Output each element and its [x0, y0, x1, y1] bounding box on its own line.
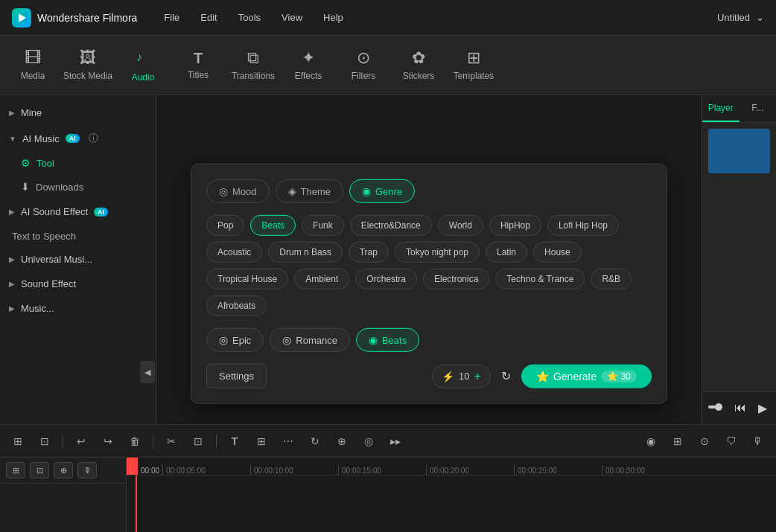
tl-scene-btn[interactable]: ◉ [639, 430, 663, 452]
track-controls: ⊞ ⊡ ⊕ 🎙 [0, 458, 127, 532]
sidebar-collapse-btn[interactable]: ◀ [140, 361, 155, 383]
tl-layout-btn[interactable]: ⊞ [6, 430, 30, 452]
genre-trap[interactable]: Trap [349, 242, 389, 263]
skip-back-btn[interactable]: ⏮ [731, 398, 749, 418]
menu-help[interactable]: Help [314, 7, 352, 28]
sidebar-item-tool[interactable]: ⚙ Tool [0, 151, 156, 175]
sidebar-item-universal[interactable]: ▶ Universal Musi... [0, 248, 156, 271]
tl-cut-btn[interactable]: ✂ [159, 430, 183, 452]
toolbar-stickers[interactable]: ✿ Stickers [392, 39, 445, 92]
tab-f[interactable]: F... [740, 95, 777, 122]
tl-sep-3 [216, 434, 217, 449]
genre-world[interactable]: World [438, 215, 483, 236]
ai-music-info-icon[interactable]: ⓘ [89, 132, 98, 145]
mood-tab-icon: ◎ [219, 185, 228, 197]
tl-sep-1 [63, 434, 63, 449]
toolbar-media-label: Media [21, 71, 45, 81]
volume-knob[interactable] [715, 403, 722, 411]
title-dropdown-icon[interactable]: ⌄ [756, 12, 764, 23]
mood-epic[interactable]: ◎ Epic [206, 328, 264, 352]
tl-shield-btn[interactable]: ⛉ [719, 430, 743, 452]
ruler-mark-2: 00:00:10:00 [250, 465, 338, 475]
tl-text-btn[interactable]: T [223, 430, 247, 452]
right-panel: Player F... ⏮ ▶ [702, 95, 776, 424]
genre-latin[interactable]: Latin [486, 242, 527, 263]
genre-electronica[interactable]: Electronica [423, 269, 489, 289]
sidebar-item-tts[interactable]: Text to Speech [0, 225, 156, 248]
add-audio-track-btn[interactable]: ⊡ [30, 462, 49, 478]
add-video-track-btn[interactable]: ⊞ [6, 462, 25, 478]
generate-button[interactable]: ⭐ Generate ⭐ 30 [521, 364, 652, 388]
genre-funk[interactable]: Funk [302, 215, 344, 236]
play-btn[interactable]: ▶ [755, 398, 770, 418]
toolbar-effects[interactable]: ✦ Effects [282, 39, 335, 92]
genre-house[interactable]: House [533, 242, 582, 263]
toolbar-filters[interactable]: ⊙ Filters [337, 39, 390, 92]
genre-lofi-hip-hop[interactable]: Lofi Hip Hop [547, 215, 619, 236]
sidebar-item-mine[interactable]: ▶ Mine [0, 101, 156, 124]
settings-button[interactable]: Settings [206, 364, 267, 388]
tl-crop-btn[interactable]: ⊡ [186, 430, 210, 452]
tl-delete-btn[interactable]: 🗑 [123, 430, 147, 452]
sidebar-item-sound-effect[interactable]: ▶ Sound Effect [0, 272, 156, 295]
toolbar-transitions[interactable]: ⧉ Transitions [226, 39, 280, 92]
link-track-btn[interactable]: ⊕ [54, 462, 73, 478]
tab-player[interactable]: Player [702, 95, 740, 122]
more-track-btn[interactable]: 🎙 [77, 462, 97, 478]
genre-hiphop[interactable]: HipHop [489, 215, 541, 236]
tab-genre[interactable]: ◉ Genre [349, 179, 415, 203]
tl-transform-btn[interactable]: ⊕ [330, 430, 354, 452]
genre-beats[interactable]: Beats [250, 215, 296, 236]
generate-count: ⭐ 30 [601, 370, 637, 382]
tl-magnet-btn[interactable]: ⊡ [33, 430, 57, 452]
genre-rnb[interactable]: R&B [591, 269, 632, 289]
sidebar-item-downloads[interactable]: ⬇ Downloads [0, 175, 156, 199]
tl-speed-btn[interactable]: ↻ [303, 430, 327, 452]
counter-plus-btn[interactable]: + [474, 369, 481, 382]
tl-picture-btn[interactable]: ⊞ [666, 430, 690, 452]
sidebar-section-ai-music: ▼ AI Music AI ⓘ ⚙ Tool ⬇ Downloads [0, 126, 156, 199]
genre-electro-dance[interactable]: Electro&Dance [350, 215, 432, 236]
menu-edit[interactable]: Edit [191, 7, 226, 28]
genre-tropical-house[interactable]: Tropical House [206, 269, 288, 289]
menu-tools[interactable]: Tools [229, 7, 270, 28]
volume-fill [708, 406, 716, 408]
stickers-icon: ✿ [412, 50, 425, 66]
genre-orchestra[interactable]: Orchestra [355, 269, 417, 289]
tl-redo-btn[interactable]: ↪ [96, 430, 120, 452]
tl-more-btn[interactable]: ⋯ [276, 430, 300, 452]
sidebar-item-ai-music[interactable]: ▼ AI Music AI ⓘ [0, 126, 156, 151]
genre-techno-trance[interactable]: Techno & Trance [495, 269, 585, 289]
toolbar-templates[interactable]: ⊞ Templates [447, 39, 500, 92]
tab-theme[interactable]: ◈ Theme [276, 179, 343, 203]
tab-mood[interactable]: ◎ Mood [206, 179, 270, 203]
refresh-button[interactable]: ↻ [498, 366, 514, 386]
tl-box-btn[interactable]: ⊞ [249, 430, 273, 452]
toolbar-audio[interactable]: ♪ Audio [116, 39, 170, 92]
tl-settings2-btn[interactable]: ⊙ [693, 430, 716, 452]
volume-slider[interactable] [708, 406, 722, 408]
titles-icon: T [194, 51, 203, 65]
mood-beats-label: Beats [382, 334, 407, 345]
menu-view[interactable]: View [273, 7, 311, 28]
ai-sound-badge: AI [94, 208, 108, 217]
menu-file[interactable]: File [155, 7, 188, 28]
genre-drum-n-bass[interactable]: Drum n Bass [268, 242, 342, 263]
sidebar-item-music[interactable]: ▶ Music... [0, 297, 156, 320]
genre-ambient[interactable]: Ambient [294, 269, 349, 289]
tl-more2-btn[interactable]: ▸▸ [384, 430, 407, 452]
toolbar-titles[interactable]: T Titles [171, 39, 225, 92]
toolbar-media[interactable]: 🎞 Media [6, 39, 60, 92]
mood-beats[interactable]: ◉ Beats [356, 328, 419, 352]
genre-tokyo-night-pop[interactable]: Tokyo night pop [395, 242, 480, 263]
genre-afrobeats[interactable]: Afrobeats [206, 295, 267, 316]
sidebar-item-ai-sound[interactable]: ▶ AI Sound Effect AI [0, 200, 156, 223]
tl-color-btn[interactable]: ◎ [357, 430, 381, 452]
mood-romance[interactable]: ◎ Romance [270, 328, 350, 352]
tl-undo-btn[interactable]: ↩ [69, 430, 93, 452]
toolbar-stock-media[interactable]: 🖼 Stock Media [61, 39, 115, 92]
sidebar-music-label: Music... [21, 303, 54, 314]
genre-acoustic[interactable]: Acoustic [206, 242, 262, 263]
tl-mic-btn[interactable]: 🎙 [746, 430, 770, 452]
genre-pop[interactable]: Pop [206, 215, 244, 236]
